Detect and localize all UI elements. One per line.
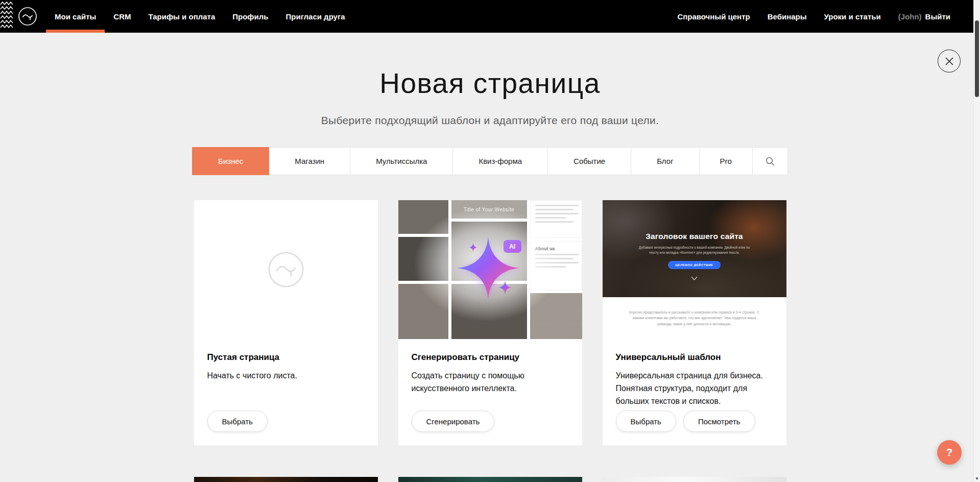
template-category-tabs: Бизнес Магазин Мультиссылка Квиз-форма С… xyxy=(0,147,980,175)
view-universal-button[interactable]: Посмотреть xyxy=(683,411,755,432)
page-title: Новая страница xyxy=(0,66,980,100)
page-subtitle: Выберите подходящий шаблон и адаптируйте… xyxy=(0,114,980,127)
nav-item-my-sites[interactable]: Мои сайты xyxy=(46,0,105,33)
card-description: Создать страницу с помощью искусственног… xyxy=(412,370,569,395)
ai-sparkle-small-icon xyxy=(498,281,512,294)
card-body: Универсальный шаблон Универсальная стран… xyxy=(603,339,786,445)
tab-business[interactable]: Бизнес xyxy=(192,147,269,175)
chevron-down-icon xyxy=(691,276,698,280)
scrollbar-thumb[interactable] xyxy=(975,20,979,97)
card-body: Пустая страница Начать с чистого листа. … xyxy=(194,339,378,445)
card-description: Универсальная страница для бизнеса. Поня… xyxy=(616,370,773,407)
tab-store[interactable]: Магазин xyxy=(269,147,350,175)
close-icon xyxy=(945,57,954,66)
generate-button[interactable]: Сгенерировать xyxy=(412,411,495,432)
blank-card-preview xyxy=(194,200,378,339)
nav-item-logout[interactable]: (John) Выйти xyxy=(890,0,950,33)
tilda-watermark-icon xyxy=(266,250,306,290)
card-description: Начать с чистого листа. xyxy=(207,370,297,382)
card-body: Сгенерировать страницу Создать страницу … xyxy=(398,339,582,445)
tab-blog[interactable]: Блог xyxy=(631,147,699,175)
card-title: Универсальный шаблон xyxy=(616,352,721,363)
preview-about-section: Коротко представьтесь и расскажите о ком… xyxy=(603,297,786,339)
preview-subheading: Добавьте интересные подробности о вашей … xyxy=(634,245,754,255)
template-hero-image: Заголовок вашего сайта Добавьте интересн… xyxy=(603,200,786,297)
template-card-blank: Пустая страница Начать с чистого листа. … xyxy=(194,200,378,445)
card-title: Пустая страница xyxy=(207,352,280,363)
tilda-logo[interactable] xyxy=(17,0,38,33)
template-card-generate-ai: Title of Your Website About us xyxy=(398,200,582,445)
nav-item-lessons[interactable]: Уроки и статьи xyxy=(816,0,890,33)
help-button[interactable]: ? xyxy=(937,440,962,465)
template-card-universal: Заголовок вашего сайта Добавьте интересн… xyxy=(603,200,786,445)
template-grid-next-row xyxy=(194,477,786,482)
preview-heading: Заголовок вашего сайта xyxy=(646,232,743,241)
template-card-partial[interactable] xyxy=(603,477,786,482)
tab-quiz-form[interactable]: Квиз-форма xyxy=(452,147,548,175)
template-grid: Пустая страница Начать с чистого листа. … xyxy=(194,200,786,445)
card-title: Сгенерировать страницу xyxy=(412,352,520,363)
nav-item-invite-friend[interactable]: Пригласи друга xyxy=(277,0,353,33)
navbar-left-menu: Мои сайты CRM Тарифы и оплата Профиль Пр… xyxy=(46,0,354,33)
choose-universal-button[interactable]: Выбрать xyxy=(616,411,676,432)
ai-badge: AI xyxy=(504,240,521,253)
logout-label: Выйти xyxy=(925,12,950,21)
scrollbar-track: ▾ xyxy=(973,0,980,482)
navbar-spacer xyxy=(354,0,669,33)
tilda-logo-icon xyxy=(17,6,38,27)
nav-item-tariffs[interactable]: Тарифы и оплата xyxy=(139,0,224,33)
nav-item-profile[interactable]: Профиль xyxy=(224,0,277,33)
tab-pro[interactable]: Pro xyxy=(699,147,753,175)
tab-event[interactable]: Событие xyxy=(547,147,631,175)
template-card-partial[interactable] xyxy=(398,477,582,482)
tab-multilink[interactable]: Мультиссылка xyxy=(350,147,453,175)
card-actions: Выбрать xyxy=(207,411,268,445)
user-name: (John) xyxy=(898,12,922,21)
scrollbar-down-arrow[interactable]: ▾ xyxy=(974,475,980,481)
card-actions: Выбрать Посмотреть xyxy=(616,411,755,445)
preview-cta-button: ЦЕЛЕВОЕ ДЕЙСТВИЕ xyxy=(668,261,721,269)
template-card-partial[interactable] xyxy=(194,477,378,482)
ai-card-preview: Title of Your Website About us xyxy=(398,200,582,339)
ai-sparkle-small-icon xyxy=(469,243,477,252)
search-icon xyxy=(765,156,775,166)
universal-card-preview: Заголовок вашего сайта Добавьте интересн… xyxy=(603,200,786,339)
top-navbar: Мои сайты CRM Тарифы и оплата Профиль Пр… xyxy=(0,0,980,33)
choose-blank-button[interactable]: Выбрать xyxy=(207,411,268,432)
close-button[interactable] xyxy=(938,50,961,73)
card-actions: Сгенерировать xyxy=(412,411,495,445)
navbar-right-menu: Справочный центр Вебинары Уроки и статьи… xyxy=(668,0,950,33)
nav-item-webinars[interactable]: Вебинары xyxy=(759,0,816,33)
nav-item-crm[interactable]: CRM xyxy=(105,0,139,33)
tab-search[interactable] xyxy=(752,147,788,175)
zigzag-pattern xyxy=(0,0,13,33)
preview-about-text: Коротко представьтесь и расскажите о ком… xyxy=(627,309,762,327)
nav-item-help-center[interactable]: Справочный центр xyxy=(668,0,758,33)
